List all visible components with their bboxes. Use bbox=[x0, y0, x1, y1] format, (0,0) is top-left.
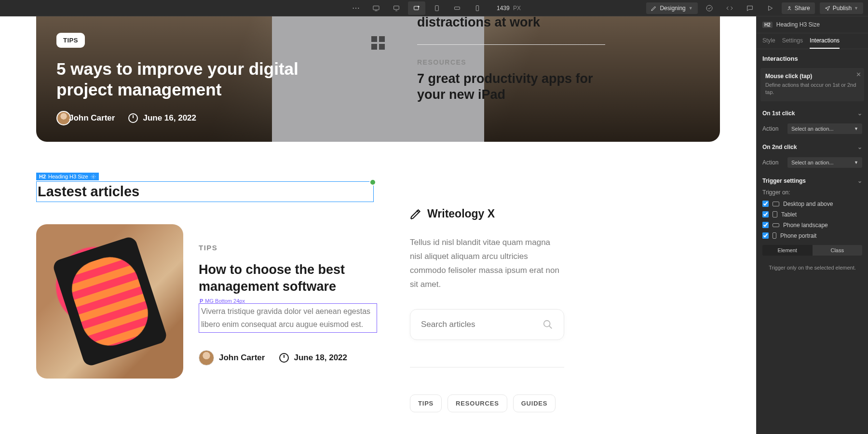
pen-icon bbox=[410, 208, 422, 220]
widget-description: Tellus id nisl blandit vitae quam magna … bbox=[410, 236, 564, 292]
tag-chip[interactable]: RESOURCES bbox=[448, 394, 507, 412]
share-button[interactable]: Share bbox=[782, 2, 815, 14]
preview-play-icon[interactable] bbox=[761, 1, 779, 15]
action-select-1[interactable]: Select an action...▼ bbox=[787, 123, 862, 134]
on-second-click-section[interactable]: On 2nd click bbox=[757, 139, 868, 155]
search-box[interactable] bbox=[410, 309, 564, 340]
publish-button[interactable]: Publish ▼ bbox=[820, 2, 863, 14]
toggle-element[interactable]: Element bbox=[762, 245, 813, 256]
clock-icon bbox=[279, 353, 289, 363]
search-icon[interactable] bbox=[542, 319, 553, 330]
tab-interactions[interactable]: Interactions bbox=[810, 37, 840, 49]
svg-point-8 bbox=[93, 176, 94, 177]
close-icon[interactable]: ✕ bbox=[856, 71, 861, 78]
tag-chip[interactable]: TIPS bbox=[410, 394, 442, 412]
section-interactions: Interactions bbox=[757, 49, 868, 68]
article-author[interactable]: John Carter bbox=[199, 350, 265, 366]
action-select-2[interactable]: Select an action...▼ bbox=[787, 157, 862, 168]
breakpoint-desktop-large-icon[interactable] bbox=[367, 1, 385, 15]
top-toolbar: ⋯ 1439 PX Designing ▼ Share Publish ▼ bbox=[0, 0, 868, 16]
on-first-click-section[interactable]: On 1st click bbox=[757, 105, 868, 122]
gear-icon[interactable] bbox=[91, 174, 96, 179]
search-input[interactable] bbox=[421, 320, 517, 329]
trigger-settings-section[interactable]: Trigger settings bbox=[757, 173, 868, 189]
device-checkbox-phone-portrait[interactable]: Phone portrait bbox=[757, 231, 868, 241]
help-text: Trigger only on the selected element. bbox=[757, 259, 868, 276]
trigger-on-label: Trigger on: bbox=[757, 189, 868, 199]
right-panel: H2 Heading H3 Size Style Settings Intera… bbox=[756, 16, 868, 434]
selection-label[interactable]: H2 Heading H3 Size bbox=[36, 173, 99, 180]
svg-point-9 bbox=[544, 320, 550, 326]
article-title[interactable]: How to choose the best management softwa… bbox=[199, 261, 377, 295]
trigger-card[interactable]: Mouse click (tap) Define actions that oc… bbox=[760, 68, 864, 101]
hero-title: 5 ways to improve your digital project m… bbox=[56, 58, 326, 101]
device-checkbox-tablet[interactable]: Tablet bbox=[757, 209, 868, 220]
article-description[interactable]: Viverra tristique gravida dolor vel aene… bbox=[199, 303, 377, 332]
tag-chip[interactable]: GUIDES bbox=[513, 394, 556, 412]
tablet-icon bbox=[773, 211, 777, 217]
tab-style[interactable]: Style bbox=[762, 37, 775, 49]
breakpoint-add-icon[interactable] bbox=[408, 1, 425, 15]
svg-rect-4 bbox=[455, 7, 460, 9]
breakpoint-tablet-icon[interactable] bbox=[428, 1, 446, 15]
comment-icon[interactable] bbox=[741, 1, 759, 15]
breakpoint-desktop-icon[interactable] bbox=[388, 1, 405, 15]
hero-author[interactable]: John Carter bbox=[56, 111, 115, 125]
hero-tag[interactable]: TIPS bbox=[56, 33, 85, 48]
phone-landscape-icon bbox=[773, 223, 779, 227]
element-label[interactable]: P MG Bottom 24px bbox=[200, 298, 378, 304]
toggle-class[interactable]: Class bbox=[813, 245, 863, 256]
hero-card[interactable]: TIPS 5 ways to improve your digital proj… bbox=[36, 16, 720, 142]
svg-rect-3 bbox=[435, 5, 439, 11]
svg-rect-5 bbox=[476, 5, 478, 11]
avatar bbox=[199, 350, 214, 366]
breakpoint-phone-landscape-icon[interactable] bbox=[448, 1, 466, 15]
add-handle-icon[interactable] bbox=[369, 179, 376, 186]
code-icon[interactable] bbox=[721, 1, 738, 15]
svg-point-7 bbox=[788, 6, 790, 8]
mode-switcher[interactable]: Designing ▼ bbox=[646, 2, 697, 14]
svg-point-6 bbox=[706, 5, 712, 11]
breakpoint-phone-icon[interactable] bbox=[469, 1, 486, 15]
check-icon[interactable] bbox=[701, 1, 718, 15]
trigger-scope-toggle[interactable]: Element Class bbox=[762, 245, 862, 256]
svg-rect-0 bbox=[373, 6, 379, 10]
svg-rect-1 bbox=[394, 6, 399, 9]
tab-settings[interactable]: Settings bbox=[782, 37, 803, 49]
hero-date: June 16, 2022 bbox=[128, 113, 196, 123]
phone-portrait-icon bbox=[773, 232, 776, 239]
side-article[interactable]: 5 tips to avoid internet distractions at… bbox=[417, 16, 605, 45]
article-thumbnail[interactable] bbox=[36, 224, 183, 379]
device-checkbox-desktop[interactable]: Desktop and above bbox=[757, 199, 868, 209]
section-heading[interactable]: Lastest articles bbox=[37, 182, 373, 202]
panel-breadcrumb[interactable]: H2 Heading H3 Size bbox=[757, 16, 868, 33]
menu-more-icon[interactable]: ⋯ bbox=[347, 1, 365, 15]
device-checkbox-phone-landscape[interactable]: Phone landscape bbox=[757, 220, 868, 231]
article-date: June 18, 2022 bbox=[279, 353, 347, 363]
clock-icon bbox=[128, 113, 138, 123]
side-article[interactable]: RESOURCES 7 great productivity apps for … bbox=[417, 58, 605, 117]
brand-logo[interactable]: Writeology X bbox=[410, 207, 564, 220]
desktop-icon bbox=[773, 202, 779, 206]
canvas[interactable]: TIPS 5 ways to improve your digital proj… bbox=[0, 16, 756, 434]
article-category[interactable]: TIPS bbox=[199, 244, 377, 252]
canvas-width-readout[interactable]: 1439 PX bbox=[495, 5, 521, 12]
